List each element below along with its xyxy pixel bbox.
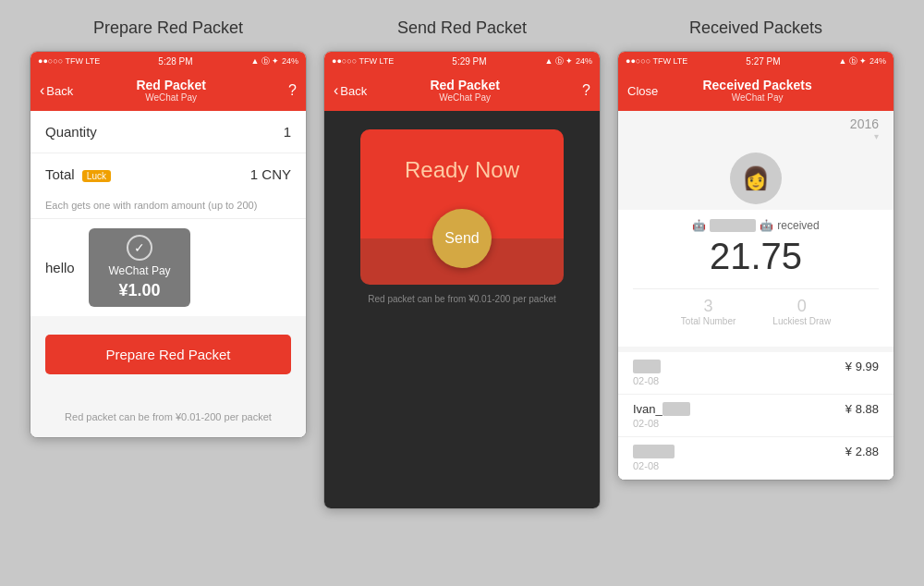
send-help-button[interactable]: ?	[563, 82, 590, 99]
greeting-row: hello ✓ WeChat Pay ¥1.00	[30, 218, 306, 316]
item-amount: ¥ 2.88	[845, 445, 879, 458]
received-status-left: ●●○○○ TFW LTE	[626, 56, 687, 66]
back-label: Back	[46, 84, 73, 98]
received-nav-title: Received Packets	[702, 78, 811, 93]
year-text: 2016	[850, 116, 879, 131]
received-body: 2016 ▾ 👩 🤖 🤖 received 21.75	[618, 111, 894, 480]
blurred-name	[710, 219, 756, 232]
send-back-label: Back	[340, 84, 367, 98]
receiver-name-row: 🤖 🤖 received	[633, 219, 879, 232]
avatar: 👩	[730, 153, 782, 204]
year-chevron-icon: ▾	[874, 131, 879, 141]
send-status-left: ●●○○○ TFW LTE	[332, 56, 394, 66]
prepare-button-area: Prepare Red Packet	[30, 316, 306, 384]
item-name	[633, 445, 675, 458]
robot-icon: 🤖	[692, 219, 706, 232]
received-status-time: 5:27 PM	[746, 56, 780, 67]
send-nav-title: Red Packet	[430, 78, 499, 93]
total-row: Total Luck 1 CNY	[30, 153, 306, 195]
luck-badge: Luck	[82, 170, 111, 182]
received-amount-section: 🤖 🤖 received 21.75 3 Total Number 0	[618, 210, 894, 347]
list-item: 02-08 ¥ 2.88	[618, 437, 894, 480]
received-nav-center: Received Packets WeChat Pay	[702, 78, 811, 104]
received-list: 02-08 ¥ 9.99 Ivan_ 02-08 ¥ 8.88	[618, 352, 894, 480]
back-button[interactable]: ‹ Back	[40, 82, 73, 99]
item-left: Ivan_ 02-08	[633, 402, 690, 429]
status-right: ▲ ⓑ ✦ 24%	[251, 55, 298, 67]
status-time: 5:28 PM	[158, 56, 192, 67]
wechat-logo-icon: ✓	[127, 235, 152, 261]
received-section: Received Packets ●●○○○ TFW LTE 5:27 PM ▲…	[617, 18, 894, 481]
item-name	[633, 360, 661, 373]
envelope-container: Ready Now Send	[360, 129, 564, 285]
nav-subtitle: WeChat Pay	[136, 92, 205, 104]
received-nav-bar: Close Received Packets WeChat Pay	[618, 70, 894, 111]
prepare-nav-bar: ‹ Back Red Packet WeChat Pay ?	[30, 70, 306, 111]
send-button[interactable]: Send	[432, 209, 492, 268]
envelope-bottom: Send	[360, 238, 564, 285]
send-back-button[interactable]: ‹ Back	[334, 82, 367, 99]
item-date: 02-08	[633, 418, 690, 429]
item-amount: ¥ 9.99	[845, 360, 879, 373]
total-value: 1 CNY	[250, 166, 291, 182]
send-footer: Red packet can be from ¥0.01-200 per pac…	[359, 285, 565, 313]
send-body: Ready Now Send Red packet can be from ¥0…	[324, 111, 600, 508]
item-left: 02-08	[633, 445, 675, 471]
nav-title: Red Packet	[136, 78, 205, 93]
item-amount: ¥ 8.88	[845, 402, 879, 416]
prepare-section: Prepare Red Packet ●●○○○ TFW LTE 5:28 PM…	[30, 18, 307, 438]
total-label: Total Luck	[45, 166, 111, 182]
send-back-arrow-icon: ‹	[334, 82, 338, 99]
item-date: 02-08	[633, 375, 661, 386]
received-nav-subtitle: WeChat Pay	[702, 92, 811, 104]
received-status-right: ▲ ⓑ ✦ 24%	[839, 55, 886, 67]
ready-now-text: Ready Now	[405, 157, 519, 183]
send-status-right: ▲ ⓑ ✦ 24%	[545, 55, 592, 67]
help-button[interactable]: ?	[269, 82, 297, 99]
stat2-label: Luckiest Draw	[772, 316, 831, 326]
received-text: received	[777, 219, 819, 232]
quantity-row: Quantity 1	[30, 111, 306, 153]
item-name: Ivan_	[633, 402, 690, 416]
year-header: 2016 ▾	[618, 111, 894, 143]
stat1-number: 3	[681, 297, 736, 316]
back-arrow-icon: ‹	[40, 82, 44, 99]
received-status-bar: ●●○○○ TFW LTE 5:27 PM ▲ ⓑ ✦ 24%	[618, 52, 894, 70]
send-nav-bar: ‹ Back Red Packet WeChat Pay ?	[324, 70, 600, 111]
send-status-time: 5:29 PM	[452, 56, 486, 67]
prepare-red-packet-button[interactable]: Prepare Red Packet	[45, 335, 291, 374]
wechat-pay-card[interactable]: ✓ WeChat Pay ¥1.00	[89, 228, 190, 307]
received-screen-title: Received Packets	[689, 18, 822, 38]
prepare-status-bar: ●●○○○ TFW LTE 5:28 PM ▲ ⓑ ✦ 24%	[30, 52, 306, 70]
stat-luckiest-draw: 0 Luckiest Draw	[772, 297, 831, 326]
list-item: Ivan_ 02-08 ¥ 8.88	[618, 395, 894, 437]
item-date: 02-08	[633, 460, 675, 471]
send-section: Send Red Packet ●●○○○ TFW LTE 5:29 PM ▲ …	[323, 18, 601, 509]
prepare-footer: Red packet can be from ¥0.01-200 per pac…	[30, 384, 306, 437]
avatar-section: 👩	[618, 143, 894, 210]
quantity-value: 1	[284, 124, 291, 140]
close-button[interactable]: Close	[627, 84, 658, 98]
card-title: WeChat Pay	[108, 264, 170, 277]
card-amount: ¥1.00	[118, 281, 160, 300]
prepare-body: Quantity 1 Total Luck 1 CNY Each gets on…	[30, 111, 306, 437]
send-status-bar: ●●○○○ TFW LTE 5:29 PM ▲ ⓑ ✦ 24%	[324, 52, 600, 70]
list-item: 02-08 ¥ 9.99	[618, 352, 894, 395]
greeting-label: hello	[45, 260, 78, 275]
status-left: ●●○○○ TFW LTE	[38, 56, 100, 66]
send-nav-center: Red Packet WeChat Pay	[430, 78, 499, 104]
received-phone-frame: ●●○○○ TFW LTE 5:27 PM ▲ ⓑ ✦ 24% Close Re…	[617, 51, 894, 481]
prepare-phone-frame: ●●○○○ TFW LTE 5:28 PM ▲ ⓑ ✦ 24% ‹ Back R…	[30, 51, 307, 438]
send-screen-title: Send Red Packet	[397, 18, 527, 38]
robot-icon2: 🤖	[760, 219, 773, 232]
prepare-screen-title: Prepare Red Packet	[93, 18, 243, 38]
stat-total-number: 3 Total Number	[681, 297, 736, 326]
stat2-number: 0	[772, 297, 831, 316]
item-left: 02-08	[633, 360, 661, 386]
received-big-amount: 21.75	[633, 236, 879, 277]
send-label: Send	[444, 230, 479, 247]
send-phone-frame: ●●○○○ TFW LTE 5:29 PM ▲ ⓑ ✦ 24% ‹ Back R…	[323, 51, 601, 509]
prepare-hint: Each gets one with random amount (up to …	[30, 195, 306, 218]
nav-center: Red Packet WeChat Pay	[136, 78, 205, 104]
quantity-label: Quantity	[45, 124, 97, 140]
